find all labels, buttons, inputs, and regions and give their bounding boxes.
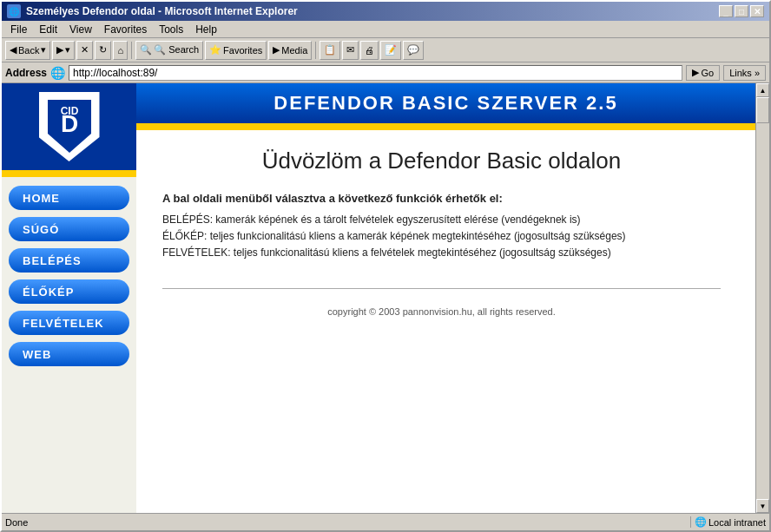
edit-button[interactable]: 📝 <box>380 41 401 60</box>
sidebar: D CID HOME SÚGÓ BELÉPÉS ÉLŐKÉP <box>2 83 136 513</box>
nav-felveteleK-label: FELVÉTELEK <box>23 317 104 330</box>
address-input-wrap <box>69 65 682 81</box>
yellow-bar-top <box>2 170 136 177</box>
history-icon: 📋 <box>324 44 336 56</box>
page-header: DEFENDOR BASIC SZERVER 2.5 <box>136 83 755 123</box>
page-title: Üdvözlöm a Defendor Basic oldalon <box>162 148 721 174</box>
window-controls: _ □ ✕ <box>719 5 764 17</box>
menu-bar: File Edit View Favorites Tools Help <box>2 21 769 38</box>
search-label: 🔍 Search <box>154 44 199 56</box>
go-button[interactable]: ▶ Go <box>686 65 720 81</box>
print-button[interactable]: 🖨 <box>360 41 379 60</box>
logo-shield: D CID <box>39 92 100 161</box>
detail-line-2: ÉLŐKÉP: teljes funkcionalitású kliens a … <box>162 228 721 245</box>
nav-belepes[interactable]: BELÉPÉS <box>9 248 129 273</box>
back-icon: ◀ <box>10 44 16 56</box>
menu-tools[interactable]: Tools <box>154 23 188 36</box>
history-button[interactable]: 📋 <box>320 41 340 60</box>
main-wrapper: DEFENDOR BASIC SZERVER 2.5 Üdvözlöm a De… <box>136 83 755 513</box>
links-button[interactable]: Links » <box>723 65 766 81</box>
nav-sugo[interactable]: SÚGÓ <box>9 217 129 241</box>
detail-line-1: BELÉPÉS: kamerák képének és a tárolt fel… <box>162 212 721 228</box>
nav-felveteleK[interactable]: FELVÉTELEK <box>9 311 129 335</box>
content-body: Üdvözlöm a Defendor Basic oldalon A bal … <box>136 130 755 513</box>
status-bar: Done 🌐 Local intranet <box>2 513 769 530</box>
mail-button[interactable]: ✉ <box>342 41 359 60</box>
menu-view[interactable]: View <box>64 23 97 36</box>
scrollbar: ▲ ▼ <box>755 83 769 513</box>
favorites-button[interactable]: ⭐ Favorites <box>205 41 267 60</box>
refresh-icon: ↻ <box>99 44 107 56</box>
favorites-icon: ⭐ <box>209 44 221 56</box>
mail-icon: ✉ <box>346 44 354 56</box>
stop-icon: ✕ <box>81 44 89 56</box>
status-zone: 🌐 Local intranet <box>690 516 766 528</box>
toolbar: ◀ Back ▾ ▶ ▾ ✕ ↻ ⌂ 🔍 🔍 Search ⭐ Favorite… <box>2 38 769 62</box>
address-label: Address <box>5 67 47 79</box>
title-bar: 🌐 Személyes Defendor oldal - Microsoft I… <box>2 2 769 21</box>
toolbar-separator-1 <box>131 42 132 59</box>
media-button[interactable]: ▶ Media <box>268 41 312 60</box>
svg-text:CID: CID <box>60 105 78 117</box>
status-text: Done <box>5 517 687 528</box>
home-button[interactable]: ⌂ <box>113 41 128 60</box>
forward-button[interactable]: ▶ ▾ <box>52 41 75 60</box>
globe-icon: 🌐 <box>50 66 65 80</box>
copyright-text: copyright © 2003 pannonvision.hu, all ri… <box>162 306 721 317</box>
nav-web[interactable]: WEB <box>9 342 129 366</box>
nav-home[interactable]: HOME <box>9 186 129 210</box>
scroll-track <box>756 123 769 499</box>
discuss-button[interactable]: 💬 <box>403 41 424 60</box>
forward-icon: ▶ <box>56 44 63 56</box>
go-arrow-icon: ▶ <box>692 67 699 78</box>
address-bar: Address 🌐 ▶ Go Links » <box>2 62 769 83</box>
close-button[interactable]: ✕ <box>750 5 764 17</box>
intranet-icon: 🌐 <box>695 516 707 528</box>
scroll-down-button[interactable]: ▼ <box>756 499 769 513</box>
back-dropdown-icon: ▾ <box>41 44 46 56</box>
stop-button[interactable]: ✕ <box>76 41 93 60</box>
refresh-button[interactable]: ↻ <box>95 41 111 60</box>
intro-text: A bal oldali menüből választva a követke… <box>162 192 721 205</box>
main-content: DEFENDOR BASIC SZERVER 2.5 Üdvözlöm a De… <box>136 83 755 513</box>
scroll-up-button[interactable]: ▲ <box>756 83 769 97</box>
nav-elokep-label: ÉLŐKÉP <box>23 286 74 299</box>
menu-file[interactable]: File <box>5 23 32 36</box>
sidebar-logo: D CID <box>2 83 136 170</box>
back-button[interactable]: ◀ Back ▾ <box>5 41 50 60</box>
detail-line-3: FELVÉTELEK: teljes funkcionalitású klien… <box>162 245 721 261</box>
forward-dropdown-icon: ▾ <box>65 44 70 56</box>
nav-sugo-label: SÚGÓ <box>23 223 59 236</box>
nav-elokep[interactable]: ÉLŐKÉP <box>9 279 129 304</box>
header-title: DEFENDOR BASIC SZERVER 2.5 <box>273 92 617 114</box>
nav-belepes-label: BELÉPÉS <box>23 254 82 267</box>
home-icon: ⌂ <box>117 45 123 56</box>
scroll-thumb[interactable] <box>756 97 769 123</box>
nav-buttons: HOME SÚGÓ BELÉPÉS ÉLŐKÉP FELVÉTELEK WEB <box>2 177 136 375</box>
go-label: Go <box>701 68 714 78</box>
media-icon: ▶ <box>273 44 280 56</box>
toolbar-separator-2 <box>315 42 316 59</box>
discuss-icon: 💬 <box>407 44 419 56</box>
menu-edit[interactable]: Edit <box>34 23 63 36</box>
browser-window: 🌐 Személyes Defendor oldal - Microsoft I… <box>0 0 771 532</box>
page-area: D CID HOME SÚGÓ BELÉPÉS ÉLŐKÉP <box>2 83 769 513</box>
detail-lines: BELÉPÉS: kamerák képének és a tárolt fel… <box>162 212 721 262</box>
content-divider <box>162 288 721 289</box>
nav-home-label: HOME <box>23 192 60 205</box>
favorites-label: Favorites <box>223 45 262 56</box>
edit-icon: 📝 <box>385 44 397 56</box>
search-button[interactable]: 🔍 🔍 Search <box>135 41 203 60</box>
maximize-button[interactable]: □ <box>735 5 748 17</box>
print-icon: 🖨 <box>365 45 374 56</box>
media-label: Media <box>281 45 307 56</box>
menu-favorites[interactable]: Favorites <box>99 23 152 36</box>
zone-label: Local intranet <box>708 517 766 528</box>
address-input[interactable] <box>73 67 678 79</box>
menu-help[interactable]: Help <box>190 23 222 36</box>
minimize-button[interactable]: _ <box>719 5 733 17</box>
back-label: Back <box>18 45 39 56</box>
search-icon: 🔍 <box>140 44 152 56</box>
title-bar-left: 🌐 Személyes Defendor oldal - Microsoft I… <box>7 4 298 18</box>
nav-web-label: WEB <box>23 348 51 361</box>
